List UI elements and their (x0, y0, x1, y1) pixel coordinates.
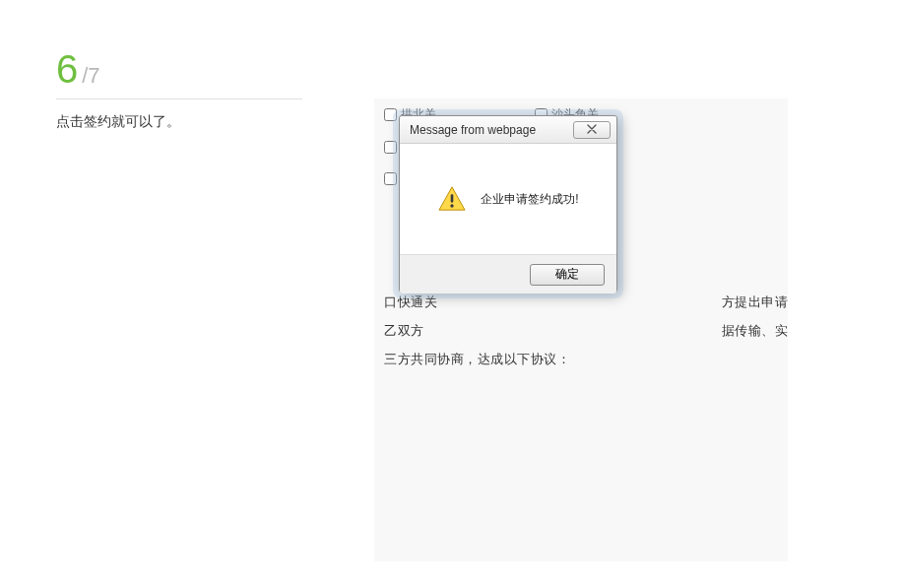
bg-text: 乙双方 (384, 317, 424, 346)
ok-button[interactable]: 确定 (530, 264, 605, 286)
close-icon (586, 123, 598, 137)
dialog-footer: 确定 (400, 254, 616, 294)
warning-icon (437, 185, 467, 213)
step-header: 6 /7 (56, 49, 302, 99)
bg-text: 三方共同协商，达成以下协议： (384, 346, 788, 374)
dialog-titlebar: Message from webpage (400, 116, 616, 144)
step-panel: 6 /7 点击签约就可以了。 (56, 49, 302, 131)
bg-text: 据传输、实 (722, 317, 789, 346)
bg-text: 方提出申请 (722, 289, 789, 317)
step-description: 点击签约就可以了。 (56, 113, 302, 131)
svg-rect-0 (451, 194, 454, 202)
close-button[interactable] (573, 121, 611, 139)
step-current-number: 6 (56, 49, 78, 89)
step-total-number: /7 (82, 63, 99, 89)
message-dialog: Message from webpage 企业申请签约成功! 确定 (399, 115, 617, 293)
dialog-body: 企业申请签约成功! (400, 144, 616, 254)
dialog-message: 企业申请签约成功! (481, 191, 578, 208)
svg-point-1 (451, 204, 454, 207)
dialog-title-text: Message from webpage (410, 123, 573, 137)
